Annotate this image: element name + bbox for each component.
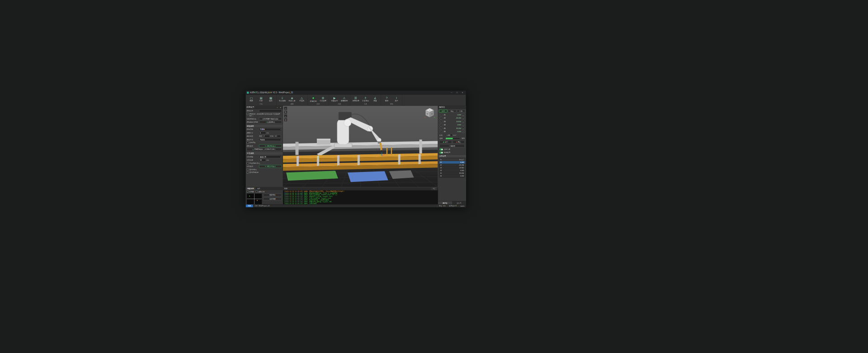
positioner-icon: △ [301, 96, 303, 100]
follow-tool-checkbox[interactable] [256, 191, 258, 193]
close-button[interactable]: ✕ [460, 91, 465, 94]
spacing-input[interactable]: 2 [263, 135, 269, 138]
zoom-icon[interactable]: ◎ [284, 118, 288, 122]
j4-minus-button[interactable]: − [439, 124, 443, 127]
ribbon-item-collision-check[interactable]: ⚠碰撞检测 [340, 95, 349, 103]
lead-params-section-header: 引导参数 [246, 152, 283, 155]
code-lines-icon: ☰ [354, 96, 357, 100]
chord-height-input[interactable]: 0.1 [274, 135, 281, 138]
ribbon-group-caption: 模型 [278, 103, 307, 105]
ribbon-item-measure[interactable]: ∡测量 [371, 95, 380, 103]
view-cube[interactable]: 上 前 右 [424, 107, 436, 119]
svg-text:上: 上 [429, 110, 431, 111]
ribbon-item-simulate[interactable]: ▶仿真运行 [330, 95, 339, 103]
ribbon-item-seam-detect[interactable]: ●焊缝识别 [309, 95, 318, 103]
thumbnail-marker [249, 196, 250, 197]
ribbon-item-about[interactable]: i关于 [392, 95, 401, 103]
seam-settings-panel: 焊缝设置 ✓ ✕ 焊缝名称 焊缝轨迹（根据模型特征自动生成【仅直线焊缝】） [246, 106, 283, 187]
pan-icon[interactable]: + [284, 114, 288, 118]
save-view-button[interactable]: 保存视图 [263, 197, 282, 200]
orbit-icon[interactable]: ↻ [284, 110, 288, 114]
jog-row-j1: − J1 0.000 + [438, 113, 466, 117]
leg-size-label: 焊脚尺寸 [247, 132, 259, 134]
reset-view-button[interactable]: 重置视角 [263, 194, 282, 197]
seam-name-input[interactable] [259, 110, 282, 112]
log-panel: 日志 清空 [2024-03-18 16:42:05] WARN: 焊枪姿态接近… [283, 187, 438, 205]
lead-length-label: 引导长度 [247, 159, 259, 161]
ribbon-group-caption: 文件 [247, 103, 275, 105]
get-lead-pose-button[interactable]: ↻ 获取引导姿态 [259, 165, 282, 168]
refresh-icon: ↻ [252, 148, 254, 151]
title-bar[interactable]: 弧焊机器人离线编程软件 V2.3 - WeldProject_01 ─ □ ✕ [246, 91, 466, 95]
show-points-checkbox[interactable] [247, 169, 249, 171]
run-button[interactable]: ▶ 运行 [439, 140, 452, 144]
j1-minus-button[interactable]: − [439, 113, 443, 116]
play-icon: ▶ [443, 141, 444, 143]
close-panel-button[interactable]: ✕ [279, 106, 282, 109]
adjust-pose-button[interactable]: ↻ 调整焊枪姿态（行进角/工作角） [247, 148, 282, 151]
clear-log-button[interactable]: 清空 [431, 187, 437, 190]
j5-minus-button[interactable]: − [439, 127, 443, 130]
ribbon-group-tools: ☰后置处理 ⇑工艺导出 ∡测量 工具 [350, 95, 382, 105]
select-feature-button[interactable]: 在3D视图中选择特征边 [259, 117, 282, 120]
reverse-weld-checkbox[interactable] [247, 142, 249, 144]
j3-plus-button[interactable]: + [462, 120, 465, 123]
mode-tool[interactable]: 工具 [457, 110, 465, 113]
speed-slider[interactable] [446, 138, 460, 139]
home-button[interactable]: 一键回零 [439, 144, 465, 148]
seam-type-select[interactable]: 平焊缝 [259, 128, 282, 131]
get-torch-pose-button[interactable]: ↻ 获取焊枪姿态 [259, 144, 282, 148]
weave-mode-select[interactable]: 无摆动 [259, 138, 282, 141]
ribbon-item-new[interactable]: ▢新建 [247, 95, 256, 103]
realtime-toggle[interactable] [439, 148, 443, 151]
svg-text:右: 右 [431, 113, 433, 115]
weld-params-section-header: 焊接参数 [246, 124, 283, 128]
leg-size-input[interactable]: 5 [259, 131, 266, 134]
j5-plus-button[interactable]: + [462, 127, 465, 130]
seam-detect-icon: ● [312, 96, 315, 100]
quad-view-thumbnail[interactable] [247, 194, 262, 205]
table-row[interactable]: J6 0.000 [439, 175, 465, 177]
ribbon-item-open[interactable]: ▤打开 [257, 95, 266, 103]
stop-button[interactable]: ■ 停止 [453, 140, 465, 144]
j6-plus-button[interactable]: + [462, 130, 465, 134]
jog-panel-title: 操作台 [438, 106, 466, 109]
j3-minus-button[interactable]: − [439, 120, 443, 123]
ribbon-item-robot-library[interactable]: ◈机器人库 [288, 95, 297, 103]
mode-joint[interactable]: 关节 [439, 110, 448, 113]
ribbon-item-post-process[interactable]: ☰后置处理 [351, 95, 360, 103]
generate-points-button[interactable]: ≡ 生成离散点 [259, 121, 282, 124]
ribbon-item-export[interactable]: ⇑工艺导出 [361, 95, 370, 103]
manual-lead-checkbox[interactable] [247, 162, 249, 165]
status-units: 单位: mm [437, 205, 447, 207]
lead-length-input[interactable]: 50 [259, 159, 266, 162]
status-zoom[interactable]: 100% [458, 205, 466, 207]
mode-base[interactable]: 基座 [448, 110, 457, 113]
ribbon-item-help[interactable]: ?帮助 [382, 95, 392, 103]
fit-view-icon[interactable]: ⌂ [284, 107, 288, 110]
show-path-checkbox[interactable] [247, 172, 249, 174]
auto-track-checkbox[interactable] [247, 113, 249, 115]
confirm-button[interactable]: ✓ [276, 106, 279, 109]
collision-toggle[interactable] [439, 152, 443, 154]
maximize-button[interactable]: □ [455, 91, 459, 94]
j1-plus-button[interactable]: + [462, 113, 465, 116]
open-file-icon: ▤ [259, 96, 262, 100]
j2-minus-button[interactable]: − [439, 117, 443, 120]
ribbon-group-caption: 仿真 [330, 103, 349, 105]
ribbon-item-positioner[interactable]: △变位机 [297, 95, 307, 103]
viewport-3d[interactable]: ⌂ ↻ + ◎ 上 前 右 [283, 106, 438, 187]
log-body[interactable]: [2024-03-18 16:42:05] WARN: 焊枪姿态接近关节限位，已… [283, 191, 438, 205]
j6-minus-button[interactable]: − [439, 130, 443, 134]
ribbon-item-import-model[interactable]: ⇩导入模型 [278, 95, 287, 103]
refresh-icon: ↻ [265, 145, 266, 147]
ribbon-item-process-settings[interactable]: ⚙工艺设置 [319, 95, 328, 103]
j4-plus-button[interactable]: + [462, 124, 465, 127]
lead-type-select[interactable]: 直线引导 [259, 155, 282, 158]
step-input[interactable]: 1.000 [446, 134, 453, 136]
minimize-button[interactable]: ─ [449, 91, 454, 94]
quad-view-checkbox[interactable] [247, 191, 249, 193]
ribbon-item-save[interactable]: ▦保存 [266, 95, 275, 103]
thumbnail-marker [257, 200, 258, 201]
j2-plus-button[interactable]: + [462, 117, 465, 120]
